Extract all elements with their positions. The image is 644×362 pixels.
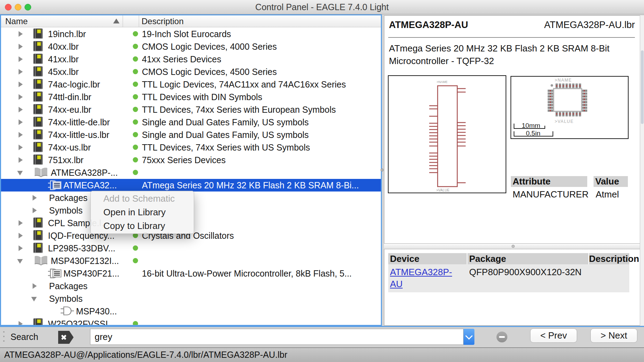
splitter-handle[interactable] — [512, 245, 515, 248]
tree-row[interactable]: MSP430F2132I... — [1, 255, 381, 267]
collapsed-arrow-icon[interactable] — [19, 107, 23, 112]
lib-icon-slot — [33, 41, 43, 52]
tree-row[interactable]: Symbols — [1, 292, 381, 305]
in-use-indicator — [133, 245, 138, 251]
device-link[interactable]: ATMEGA328P-AU — [390, 266, 457, 290]
toolbar-drag-handle[interactable] — [3, 331, 5, 333]
menu-item-copy-to-library[interactable]: Copy to Library — [91, 219, 194, 233]
lib-icon-slot — [33, 54, 43, 64]
tree-row[interactable]: ATMEGA32...ATmega Series 20 MHz 32 KB Fl… — [1, 179, 381, 192]
tree-item-label: LP2985-33DBV... — [48, 242, 115, 255]
collapsed-arrow-icon[interactable] — [19, 157, 23, 163]
library-icon — [33, 91, 43, 102]
tree-row[interactable]: 751xx.lbr75xxx Series Devices — [1, 154, 381, 166]
column-divider[interactable] — [139, 15, 139, 27]
details-splitter[interactable] — [384, 243, 644, 249]
menu-item-open-in-library[interactable]: Open in Library — [91, 206, 194, 219]
menu-item-add-to-schematic: Add to Schematic — [91, 192, 194, 206]
tree-item-label: Packages — [49, 192, 88, 204]
tree-row[interactable]: 74ac-logic.lbrTTL Logic Devices, 74AC11x… — [1, 78, 381, 91]
tree-item-label: 41xx.lbr — [48, 53, 79, 65]
tree-item-label: ATMEGA32... — [63, 179, 117, 192]
tree-row[interactable]: 41xx.lbr41xx Series Devices — [1, 53, 381, 65]
tree-row[interactable]: LP2985-33DBV... — [1, 242, 381, 255]
tree-item-description: Single and Dual Gates Family, US symbols — [142, 116, 309, 128]
collapsed-arrow-icon[interactable] — [19, 44, 23, 49]
tree-item-label: MSP430F21... — [63, 267, 119, 280]
device-icon — [48, 180, 63, 191]
search-dropdown-button[interactable] — [464, 329, 474, 345]
in-use-indicator — [133, 132, 138, 137]
tree-row[interactable]: 74xx-eu.lbrTTL Devices, 74xx Series with… — [1, 103, 381, 116]
tree-row[interactable]: 74xx-little-us.lbrSingle and Dual Gates … — [1, 128, 381, 141]
collapsed-arrow-icon[interactable] — [19, 82, 23, 87]
collapsed-arrow-icon[interactable] — [33, 208, 37, 213]
lib-icon-slot — [33, 28, 43, 39]
tree-item-label: 751xx.lbr — [48, 154, 83, 166]
tree-row[interactable]: 74xx-us.lbrTTL Devices, 74xx Series with… — [1, 141, 381, 154]
collapsed-arrow-icon[interactable] — [19, 94, 23, 100]
device-table-row: ATMEGA328P-AU QFP80P900X900X120-32N — [388, 264, 629, 292]
package-preview-box: >NAME >VALUE 10mm 0.5in — [511, 76, 629, 139]
library-icon — [33, 217, 43, 228]
collapsed-arrow-icon[interactable] — [19, 119, 23, 125]
in-use-indicator — [133, 321, 138, 326]
collapsed-arrow-icon[interactable] — [19, 69, 23, 75]
tree-row[interactable]: 40xx.lbrCMOS Logic Devices, 4000 Series — [1, 40, 381, 53]
device-package: QFP80P900X900X120-32N — [469, 266, 582, 278]
collapsed-arrow-icon[interactable] — [19, 132, 23, 138]
expanded-arrow-icon[interactable] — [31, 297, 37, 301]
tree-item-description: TTL Devices with DIN Symbols — [142, 91, 262, 103]
panel-splitter-handle[interactable] — [381, 168, 384, 172]
next-button[interactable]: > Next — [590, 328, 637, 343]
device-icon-slot — [48, 268, 63, 279]
stop-search-button[interactable] — [496, 332, 507, 342]
tree-row[interactable]: MSP430F21...16-bit Ultra-Low-Power Micro… — [1, 267, 381, 280]
tree-row[interactable]: 45xx.lbrCMOS Logic Devices, 4500 Series — [1, 65, 381, 78]
search-input[interactable] — [90, 329, 464, 345]
chevron-down-icon — [465, 332, 473, 340]
collapsed-arrow-icon[interactable] — [33, 195, 37, 201]
in-use-indicator — [133, 170, 138, 175]
tree-row[interactable]: 19inch.lbr19-Inch Slot Eurocards — [1, 28, 381, 40]
svg-text:>VALUE: >VALUE — [436, 188, 450, 192]
library-tree-panel: Name Description 19inch.lbr19-Inch Slot … — [0, 14, 382, 326]
tree-row[interactable]: 74xx-little-de.lbrSingle and Dual Gates … — [1, 116, 381, 128]
symbol-preview-box: >NAME >VALUE — [388, 75, 506, 193]
library-icon — [33, 154, 43, 165]
collapsed-arrow-icon[interactable] — [19, 233, 23, 238]
collapsed-arrow-icon[interactable] — [19, 220, 23, 226]
attribute-name: MANUFACTURER — [513, 189, 589, 200]
in-use-indicator — [133, 94, 138, 99]
lib-icon-slot — [33, 79, 43, 90]
attribute-table-header-value: Value — [594, 176, 628, 187]
minus-icon — [499, 336, 505, 338]
device-table-header-package: Package — [467, 253, 588, 264]
collapsed-arrow-icon[interactable] — [19, 245, 23, 251]
tree-row[interactable]: W25Q32FVSSI... — [1, 318, 381, 326]
expanded-arrow-icon[interactable] — [17, 171, 23, 175]
tree-row[interactable]: MSP430... — [1, 305, 381, 318]
tree-row[interactable]: 74ttl-din.lbrTTL Devices with DIN Symbol… — [1, 91, 381, 103]
statusbar: ATMEGA328P-AU@/Applications/EAGLE-7.4.0/… — [0, 347, 644, 362]
open-library-icon — [34, 167, 48, 177]
tree-rows: 19inch.lbr19-Inch Slot Eurocards40xx.lbr… — [1, 28, 381, 325]
tree-item-label: 74ttl-din.lbr — [48, 91, 91, 103]
libopen-icon-slot — [34, 255, 48, 266]
collapsed-arrow-icon[interactable] — [19, 31, 23, 37]
prev-button[interactable]: < Prev — [530, 328, 577, 343]
column-header-description[interactable]: Description — [142, 15, 184, 27]
lib-icon-slot — [33, 243, 43, 253]
collapsed-arrow-icon[interactable] — [19, 321, 23, 326]
column-header-name[interactable]: Name — [5, 15, 28, 27]
attribute-table-header-attribute: Attribute — [511, 176, 587, 187]
collapsed-arrow-icon[interactable] — [33, 283, 37, 289]
collapsed-arrow-icon[interactable] — [19, 56, 23, 62]
expanded-arrow-icon[interactable] — [17, 259, 23, 264]
column-divider[interactable] — [123, 15, 123, 27]
tree-row[interactable]: Packages — [1, 280, 381, 292]
tree-row[interactable]: ATMEGA328P-... — [1, 166, 381, 179]
scrollbar-thumb[interactable] — [641, 50, 644, 124]
scrollbar-track[interactable] — [640, 15, 644, 326]
collapsed-arrow-icon[interactable] — [19, 145, 23, 150]
